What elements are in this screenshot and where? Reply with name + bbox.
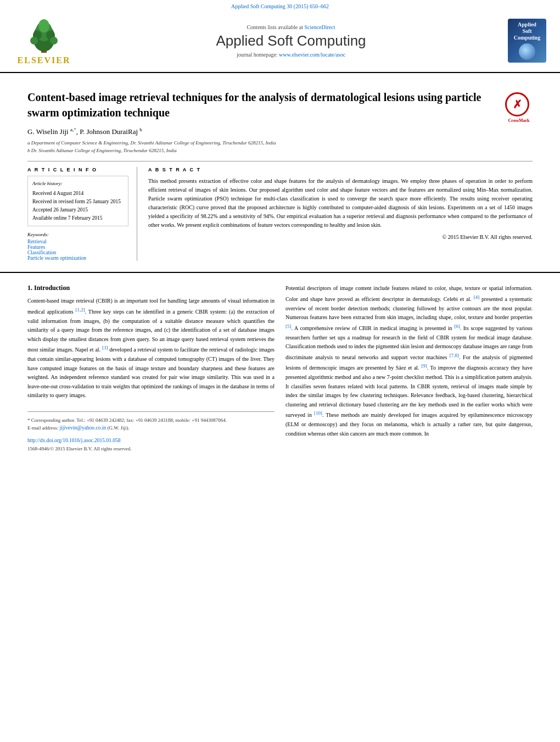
crossmark-label: CrossMark	[505, 118, 533, 124]
copyright-line: © 2015 Elsevier B.V. All rights reserved…	[148, 234, 533, 240]
homepage-label: journal homepage:	[237, 52, 278, 58]
journal-title-block: Contents lists available at ScienceDirec…	[77, 24, 505, 58]
author-b-sup: b	[139, 127, 142, 132]
journal-reference: Applied Soft Computing 30 (2015) 650–662	[231, 3, 329, 9]
main-body: 1. Introduction Content-based image retr…	[0, 272, 560, 464]
journal-main-title: Applied Soft Computing	[77, 32, 505, 49]
elsevier-brand-text: ELSEVIER	[18, 55, 71, 65]
ref-9[interactable]: [9]	[421, 363, 427, 369]
corresponding-sup: *	[74, 127, 76, 132]
online-date: Available online 7 February 2015	[32, 214, 124, 222]
abstract-heading: A B S T R A C T	[148, 167, 533, 172]
badge-box: AppliedSoftComputing	[508, 19, 546, 63]
elsevier-logo: ELSEVIER	[11, 16, 77, 65]
ref-10[interactable]: [10]	[314, 410, 322, 416]
two-column-layout: 1. Introduction Content-based image retr…	[27, 284, 533, 453]
svg-point-6	[30, 37, 38, 44]
article-content: Content-based image retrieval techniques…	[0, 73, 560, 272]
issn-line: 1568-4946/© 2015 Elsevier B.V. All right…	[27, 445, 275, 453]
section-1-heading: 1. Introduction	[27, 284, 275, 292]
abstract-panel: A B S T R A C T This method presents ext…	[148, 167, 533, 261]
doi-link[interactable]: http://dx.doi.org/10.1016/j.asoc.2015.01…	[27, 438, 121, 443]
affiliations: a Department of Computer Science & Engin…	[27, 140, 533, 154]
keyword-3: Classification	[27, 250, 128, 255]
keywords-title: Keywords:	[27, 232, 128, 237]
keyword-4: Particle swarm optimization	[27, 255, 128, 261]
svg-point-7	[50, 37, 58, 44]
keyword-2: Features	[27, 244, 128, 250]
elsevier-tree-icon	[22, 16, 66, 54]
ref-6[interactable]: [6]	[454, 323, 460, 329]
corresponding-author-note: * Corresponding author. Tel.: +91 04639 …	[27, 416, 275, 424]
journal-header: Applied Soft Computing 30 (2015) 650–662	[0, 0, 560, 73]
right-column: Potential descriptors of image content i…	[285, 284, 533, 453]
divider-line	[27, 161, 533, 161]
article-info-panel: A R T I C L E I N F O Article history: R…	[27, 167, 137, 261]
email-line: E-mail address: jijivevin@yahoo.co.in (G…	[27, 424, 275, 432]
contents-available-line: Contents lists available at ScienceDirec…	[77, 24, 505, 30]
article-info-heading: A R T I C L E I N F O	[27, 167, 128, 172]
abstract-text: This method presents extraction of effec…	[148, 177, 533, 230]
journal-badge: AppliedSoftComputing	[505, 19, 549, 63]
left-column: 1. Introduction Content-based image retr…	[27, 284, 275, 453]
crossmark-badge: ✗ CrossMark	[505, 92, 533, 120]
header-content: ELSEVIER Contents lists available at Sci…	[0, 12, 560, 70]
section-1-left-text: Content-based image retrieval (CBIR) is …	[27, 297, 275, 400]
affiliation-a: a Department of Computer Science & Engin…	[27, 140, 533, 147]
contents-label: Contents lists available at	[247, 24, 303, 30]
email-label: E-mail address:	[27, 425, 58, 431]
ref-5[interactable]: [5]	[285, 323, 292, 329]
badge-title: AppliedSoftComputing	[514, 21, 540, 41]
keyword-1: Retrieval	[27, 239, 128, 244]
keywords-section: Keywords: Retrieval Features Classificat…	[27, 232, 128, 261]
ref-1-2[interactable]: [1,2]	[76, 307, 85, 313]
affiliation-b: b Dr. Sivanthi Aditanar College of Engin…	[27, 147, 533, 155]
doi-line: http://dx.doi.org/10.1016/j.asoc.2015.01…	[27, 437, 275, 445]
footnote-section: * Corresponding author. Tel.: +91 04639 …	[27, 411, 275, 453]
crossmark-icon: ✗	[505, 92, 529, 116]
section-1-right-text: Potential descriptors of image content i…	[285, 284, 533, 438]
ref-4[interactable]: [4]	[474, 294, 480, 300]
homepage-line: journal homepage: www.elsevier.com/locat…	[77, 52, 505, 58]
accepted-date: Accepted 26 January 2015	[32, 206, 124, 214]
revised-date: Received in revised form 25 January 2015	[32, 198, 124, 206]
article-title-block: Content-based image retrieval techniques…	[27, 90, 533, 120]
received-date: Received 4 August 2014	[32, 189, 124, 198]
badge-circle-decoration	[519, 43, 535, 60]
science-direct-link[interactable]: ScienceDirect	[304, 24, 335, 30]
article-title-text: Content-based image retrieval techniques…	[27, 90, 497, 120]
journal-reference-bar: Applied Soft Computing 30 (2015) 650–662	[0, 0, 560, 12]
ref-3[interactable]: [3]	[102, 345, 108, 350]
page: Applied Soft Computing 30 (2015) 650–662	[0, 0, 560, 464]
ref-7-8[interactable]: [7,8]	[450, 353, 459, 358]
authors-line: G. Wiselin Jiji a,*, P. Johnson DuraiRaj…	[27, 127, 533, 136]
article-history-box: Article history: Received 4 August 2014 …	[27, 176, 128, 226]
info-abstract-section: A R T I C L E I N F O Article history: R…	[27, 167, 533, 261]
homepage-url[interactable]: www.elsevier.com/locate/asoc	[279, 52, 345, 58]
history-title: Article history:	[32, 180, 124, 187]
svg-point-3	[38, 19, 49, 32]
email-address[interactable]: jijivevin@yahoo.co.in	[59, 425, 106, 431]
email-name: (G.W. Jiji).	[107, 425, 129, 431]
